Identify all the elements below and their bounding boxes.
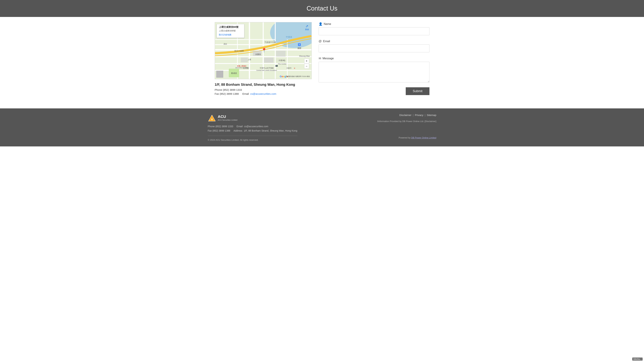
footer-powered-by: Powered by DB Power Online Limited — [377, 136, 436, 139]
phone-label: Phone — [215, 88, 222, 91]
footer-fax-label: Fax — [208, 129, 212, 132]
fax-label: Fax — [215, 92, 219, 95]
svg-text:般咸道: 般咸道 — [231, 72, 237, 74]
contact-form: 👤 Name @ Email ✉ Message Submit — [318, 22, 430, 96]
name-input[interactable] — [318, 27, 430, 35]
footer-logo-text: ACU ACU Securities Limited — [218, 114, 238, 121]
name-label: 👤 Name — [318, 22, 430, 26]
svg-rect-16 — [241, 58, 248, 62]
route-label: 路線 — [304, 28, 310, 31]
footer-sep2: | — [425, 114, 426, 117]
at-icon: @ — [318, 39, 322, 43]
powered-by-label: Powered by — [399, 136, 410, 139]
svg-text:千諾道中天橋: 千諾道中天橋 — [264, 41, 276, 43]
svg-text:Sheung Wan: Sheung Wan — [299, 55, 310, 57]
svg-text:永樂街: 永樂街 — [255, 53, 261, 55]
page-header: Contact Us — [0, 0, 644, 17]
svg-text:The Center: The Center — [278, 63, 286, 65]
svg-text:✕: ✕ — [294, 67, 295, 69]
route-arrow-icon: ⇗ — [304, 24, 310, 28]
svg-text:A: A — [211, 118, 213, 121]
footer-left: A ACU ACU Securities Limited Phone (852)… — [208, 114, 297, 141]
map-zoom-out-button[interactable]: − — [304, 64, 309, 69]
map-address-zh: 上環文咸東街88號 — [219, 25, 242, 29]
email-label: @ Email — [318, 39, 430, 43]
svg-text:📷: 📷 — [275, 64, 278, 67]
svg-text:8: 8 — [299, 43, 300, 46]
footer-copyright: © 2024 ACU Securities Limited. All right… — [208, 139, 297, 141]
footer-right: Disclaimer | Privacy | Sitemap IInformat… — [377, 114, 436, 139]
map-address-zh2: 上環文咸東街88號 — [219, 29, 242, 32]
footer-contact-info: Phone (852) 3899 1333 Email cs@acusecuri… — [208, 124, 297, 133]
footer-email-label: Email — [236, 125, 242, 128]
map-route-icon[interactable]: ⇗ 路線 — [304, 24, 310, 31]
svg-text:4: 4 — [283, 59, 284, 61]
footer-privacy-link[interactable]: Privacy — [415, 114, 424, 117]
footer-phone-label: Phone — [208, 125, 215, 128]
phone-number: (852) 3899 1333 — [223, 88, 242, 91]
footer-address: 1/F, 88 Bonham Strand, Sheung Wan, Hong … — [244, 129, 297, 132]
map-zoom-controls: + − — [304, 59, 309, 69]
svg-text:iclub Sheung Wan: iclub Sheung Wan — [235, 67, 248, 69]
svg-text:國際: 國際 — [297, 47, 301, 49]
svg-text:中環中心: 中環中心 — [278, 59, 286, 61]
svg-text:中港道: 中港道 — [286, 36, 292, 38]
show-map-link[interactable]: 顯示詳細地圖 — [219, 33, 242, 36]
name-field-group: 👤 Name — [318, 22, 430, 35]
svg-text:高街: 高街 — [224, 43, 227, 45]
footer-fax: (852) 3899 1388 — [212, 129, 230, 132]
footer-phone: (852) 3899 1333 — [216, 125, 233, 128]
address-line1: 1/F, 88 Bonham Strand, Sheung Wan, Hong … — [215, 83, 312, 87]
message-field-group: ✉ Message — [318, 56, 430, 83]
map-container[interactable]: 永樂街 中環中心 The Center 元創方 千諾道中天橋 文武廟 般咸道 皇… — [215, 22, 312, 79]
svg-rect-15 — [264, 58, 274, 63]
footer-nav: Disclaimer | Privacy | Sitemap — [377, 114, 436, 117]
svg-text:上環: 上環 — [248, 59, 251, 60]
footer-disclaimer-link[interactable]: Disclaimer — [399, 114, 412, 117]
footer-db-power: IInformation Provided by DB Power Online… — [377, 120, 436, 123]
address-section: 1/F, 88 Bonham Strand, Sheung Wan, Hong … — [215, 83, 312, 95]
email-link[interactable]: cs@acusecurities.com — [250, 92, 276, 95]
svg-text:Google: Google — [280, 75, 288, 78]
footer-phone-line: Phone (852) 3899 1333 Email cs@acusecuri… — [208, 124, 297, 129]
phone-line: Phone (852) 3899 1333 — [215, 88, 312, 91]
svg-text:元創方: 元創方 — [286, 67, 292, 69]
main-content: 永樂街 中環中心 The Center 元創方 千諾道中天橋 文武廟 般咸道 皇… — [208, 22, 436, 96]
email-input[interactable] — [318, 44, 430, 52]
send-icon: ✉ — [318, 56, 321, 60]
svg-text:Central-Mid-Levels Escalators: Central-Mid-Levels Escalators — [256, 69, 277, 71]
left-column: 永樂街 中環中心 The Center 元創方 千諾道中天橋 文武廟 般咸道 皇… — [215, 22, 312, 96]
footer-logo: A ACU ACU Securities Limited — [208, 114, 297, 122]
svg-text:📍: 📍 — [261, 48, 267, 53]
footer-inner: A ACU ACU Securities Limited Phone (852)… — [208, 114, 436, 141]
person-icon: 👤 — [318, 22, 322, 26]
fax-email-line: Fax (852) 3899 1388 Email cs@acusecuriti… — [215, 92, 312, 95]
svg-text:中環半山扶手電梯: 中環半山扶手電梯 — [260, 67, 274, 69]
email-field-group: @ Email — [318, 39, 430, 52]
footer-email-link[interactable]: cs@acusecurities.com — [244, 125, 268, 128]
svg-rect-17 — [276, 51, 286, 57]
footer-sep1: | — [413, 114, 414, 117]
message-textarea[interactable] — [318, 62, 430, 82]
submit-row: Submit — [318, 87, 430, 95]
map-zoom-in-button[interactable]: + — [304, 59, 309, 63]
footer-address-label: Address — [234, 129, 242, 132]
map-info-box: 上環文咸東街88號 上環文咸東街88號 顯示詳細地圖 — [217, 24, 244, 38]
email-label-text: Email — [242, 92, 249, 95]
page-title: Contact Us — [0, 5, 644, 12]
fax-number: (852) 3899 1388 — [220, 92, 239, 95]
footer-sitemap-link[interactable]: Sitemap — [427, 114, 436, 117]
submit-button[interactable]: Submit — [406, 87, 429, 95]
powered-by-link[interactable]: DB Power Online Limited — [411, 136, 436, 139]
footer-fax-address-line: Fax (852) 3899 1388 Address 1/F, 88 Bonh… — [208, 129, 297, 133]
message-label: ✉ Message — [318, 56, 430, 60]
map-thumbnail[interactable] — [216, 71, 223, 78]
acu-logo-icon: A — [208, 114, 216, 122]
svg-text:富薈上環酒店: 富薈上環酒店 — [237, 65, 246, 67]
svg-text:皇后大道西: 皇后大道西 — [234, 50, 244, 52]
map-caption: 鍵盤快捷鍵 地圖資料 ©2024 條款 — [287, 75, 310, 78]
footer: A ACU ACU Securities Limited Phone (852)… — [0, 108, 644, 147]
